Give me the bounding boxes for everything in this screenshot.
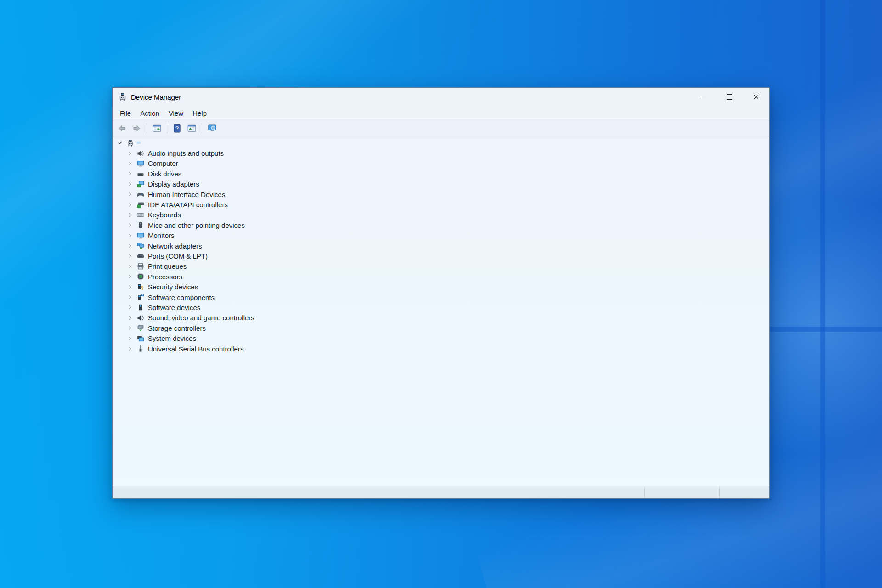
tree-item-human-interface-devices[interactable]: Human Interface Devices [113, 189, 769, 199]
keyboard-icon [136, 211, 144, 219]
tree-item-label: Network adapters [148, 242, 202, 250]
tree-item-audio-inputs-and-outputs[interactable]: Audio inputs and outputs [113, 148, 769, 158]
chevron-right-icon[interactable] [126, 314, 134, 322]
chevron-right-icon[interactable] [126, 211, 134, 219]
minimize-icon [701, 97, 706, 97]
forward-button[interactable] [130, 122, 143, 135]
tree-panel: Audio inputs and outputsComputerDisk dri… [113, 136, 769, 486]
chevron-right-icon[interactable] [126, 150, 134, 157]
back-button[interactable] [115, 122, 129, 135]
windows-logo-horizontal-bar [703, 327, 882, 332]
statusbar-separator [719, 487, 720, 498]
chevron-right-icon[interactable] [126, 294, 134, 301]
chevron-right-icon[interactable] [126, 252, 134, 260]
toolbar-separator [202, 123, 202, 133]
tree-item-software-devices[interactable]: Software devices [113, 302, 769, 312]
tree-item-ide-ata-atapi-controllers[interactable]: IDE ATA/ATAPI controllers [113, 199, 769, 209]
usb-icon [136, 345, 144, 353]
chevron-right-icon[interactable] [126, 221, 134, 229]
chevron-right-icon[interactable] [126, 181, 134, 188]
ide-icon [136, 201, 144, 209]
device-tree: Audio inputs and outputsComputerDisk dri… [113, 136, 769, 354]
tree-item-keyboards[interactable]: Keyboards [113, 210, 769, 220]
chevron-down-icon[interactable] [116, 139, 124, 147]
chevron-right-icon[interactable] [126, 232, 134, 239]
computer-root-icon [126, 139, 134, 147]
chevron-right-icon[interactable] [126, 263, 134, 270]
chevron-right-icon[interactable] [126, 335, 134, 342]
svg-text:?: ? [175, 125, 179, 132]
close-button[interactable] [743, 88, 769, 106]
chevron-right-icon[interactable] [126, 201, 134, 209]
properties-button[interactable] [185, 122, 198, 135]
maximize-button[interactable] [716, 88, 743, 106]
minimize-button[interactable] [690, 88, 716, 106]
desktop-wallpaper: Device Manager File Action View Help [0, 0, 882, 588]
help-icon: ? [173, 124, 181, 133]
tree-item-label: Monitors [148, 232, 175, 239]
tree-root-computer[interactable] [113, 138, 769, 148]
tree-item-label: Ports (COM & LPT) [148, 252, 208, 260]
tree-item-label: IDE ATA/ATAPI controllers [148, 201, 228, 209]
port-icon [136, 252, 144, 260]
tree-item-mice-and-other-pointing-devices[interactable]: Mice and other pointing devices [113, 220, 769, 230]
chevron-right-icon[interactable] [126, 345, 134, 352]
tree-item-label: Universal Serial Bus controllers [148, 345, 243, 353]
tree-item-system-devices[interactable]: System devices [113, 333, 769, 343]
chevron-right-icon[interactable] [126, 324, 134, 332]
tree-item-disk-drives[interactable]: Disk drives [113, 169, 769, 179]
show-hide-console-tree-button[interactable] [150, 122, 164, 135]
statusbar [113, 486, 769, 498]
tree-item-label: Software devices [148, 304, 200, 311]
toolbar-separator [167, 123, 167, 133]
tree-item-computer[interactable]: Computer [113, 158, 769, 169]
speaker-icon [136, 149, 144, 157]
tree-item-print-queues[interactable]: Print queues [113, 261, 769, 271]
tree-item-label: Processors [148, 273, 182, 281]
menu-action[interactable]: Action [136, 107, 164, 119]
chevron-right-icon[interactable] [126, 273, 134, 280]
device-manager-icon [118, 92, 127, 102]
system-icon [136, 334, 144, 342]
chevron-right-icon[interactable] [126, 170, 134, 177]
chevron-right-icon[interactable] [126, 160, 134, 167]
software-device-icon [136, 304, 144, 311]
printer-icon [136, 262, 144, 270]
windows-logo-glow [680, 184, 882, 469]
harddisk-icon [136, 170, 144, 178]
chevron-right-icon[interactable] [126, 304, 134, 311]
hid-icon [136, 191, 144, 198]
wallpaper-light-streak [475, 375, 882, 588]
menu-help[interactable]: Help [188, 107, 211, 119]
window-controls [690, 88, 769, 106]
monitor-icon [136, 159, 144, 167]
display-adapter-icon [136, 180, 144, 188]
tree-item-processors[interactable]: Processors [113, 271, 769, 282]
tree-item-storage-controllers[interactable]: Storage controllers [113, 323, 769, 333]
tree-item-network-adapters[interactable]: Network adapters [113, 241, 769, 251]
console-tree-icon [153, 124, 161, 133]
chevron-right-icon[interactable] [126, 242, 134, 249]
back-arrow-icon [118, 124, 126, 133]
scan-for-hardware-changes-button[interactable] [205, 122, 219, 135]
tree-item-security-devices[interactable]: Security devices [113, 282, 769, 292]
tree-item-label: Keyboards [148, 211, 181, 219]
speaker-icon [136, 314, 144, 322]
tree-item-label: Audio inputs and outputs [148, 149, 224, 157]
help-button[interactable]: ? [170, 122, 184, 135]
tree-item-display-adapters[interactable]: Display adapters [113, 179, 769, 189]
tree-item-label: Security devices [148, 283, 198, 291]
tree-item-universal-serial-bus-controllers[interactable]: Universal Serial Bus controllers [113, 344, 769, 354]
tree-item-label: System devices [148, 334, 196, 342]
titlebar[interactable]: Device Manager [113, 88, 769, 106]
tree-item-sound-video-and-game-controllers[interactable]: Sound, video and game controllers [113, 313, 769, 323]
tree-item-label: Mice and other pointing devices [148, 221, 245, 229]
tree-item-software-components[interactable]: Software components [113, 292, 769, 302]
chevron-right-icon[interactable] [126, 191, 134, 198]
tree-item-monitors[interactable]: Monitors [113, 231, 769, 241]
tree-item-label: Print queues [148, 262, 187, 270]
chevron-right-icon[interactable] [126, 283, 134, 291]
tree-item-ports-com-lpt[interactable]: Ports (COM & LPT) [113, 251, 769, 261]
menu-view[interactable]: View [164, 107, 188, 119]
menu-file[interactable]: File [115, 107, 136, 119]
